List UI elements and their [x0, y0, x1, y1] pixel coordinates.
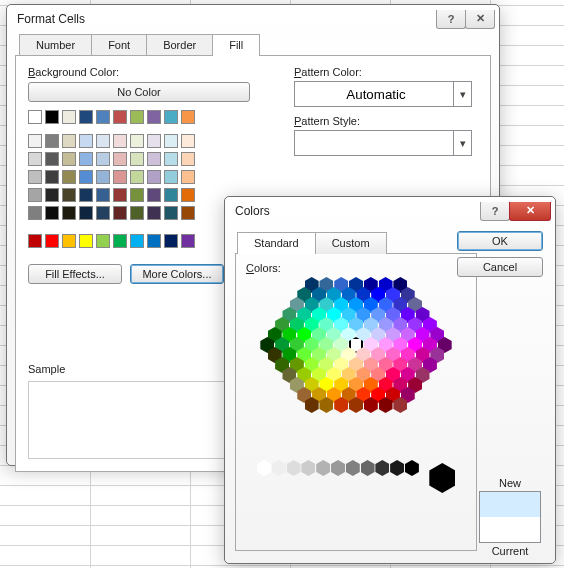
color-swatch[interactable] [147, 110, 161, 124]
help-button[interactable]: ? [436, 10, 466, 29]
color-swatch[interactable] [130, 134, 144, 148]
color-swatch[interactable] [113, 134, 127, 148]
color-swatch[interactable] [164, 110, 178, 124]
tab-standard[interactable]: Standard [237, 232, 316, 254]
color-swatch[interactable] [45, 152, 59, 166]
color-swatch[interactable] [181, 152, 195, 166]
gray-swatch[interactable] [375, 460, 389, 476]
color-swatch[interactable] [113, 152, 127, 166]
color-swatch[interactable] [147, 206, 161, 220]
gray-swatch[interactable] [331, 460, 345, 476]
color-swatch[interactable] [79, 110, 93, 124]
pattern-color-select[interactable] [294, 81, 472, 107]
color-swatch[interactable] [79, 206, 93, 220]
color-honeycomb[interactable] [256, 280, 456, 455]
color-swatch[interactable] [28, 206, 42, 220]
color-swatch[interactable] [164, 152, 178, 166]
large-hex-swatch[interactable] [429, 463, 455, 493]
color-swatch[interactable] [45, 188, 59, 202]
color-swatch[interactable] [28, 134, 42, 148]
no-color-button[interactable]: No Color [28, 82, 250, 102]
close-button[interactable]: ✕ [465, 10, 495, 29]
color-swatch[interactable] [181, 188, 195, 202]
color-swatch[interactable] [62, 152, 76, 166]
color-swatch[interactable] [147, 234, 161, 248]
color-swatch[interactable] [164, 188, 178, 202]
color-swatch[interactable] [113, 234, 127, 248]
color-swatch[interactable] [181, 234, 195, 248]
color-swatch[interactable] [181, 170, 195, 184]
tab-number[interactable]: Number [19, 34, 92, 56]
color-swatch[interactable] [45, 134, 59, 148]
color-swatch[interactable] [147, 152, 161, 166]
color-swatch[interactable] [96, 234, 110, 248]
gray-swatch[interactable] [361, 460, 375, 476]
color-swatch[interactable] [96, 170, 110, 184]
gray-swatch[interactable] [257, 460, 271, 476]
cancel-button[interactable]: Cancel [457, 257, 543, 277]
color-swatch[interactable] [164, 206, 178, 220]
color-swatch[interactable] [147, 170, 161, 184]
color-swatch[interactable] [113, 170, 127, 184]
more-colors-button[interactable]: More Colors... [130, 264, 224, 284]
color-swatch[interactable] [130, 110, 144, 124]
color-swatch[interactable] [28, 234, 42, 248]
gray-swatch[interactable] [390, 460, 404, 476]
gray-swatch[interactable] [346, 460, 360, 476]
color-swatch[interactable] [164, 170, 178, 184]
color-swatch[interactable] [62, 170, 76, 184]
tab-font[interactable]: Font [91, 34, 147, 56]
color-swatch[interactable] [147, 188, 161, 202]
color-swatch[interactable] [130, 234, 144, 248]
color-swatch[interactable] [62, 234, 76, 248]
color-swatch[interactable] [79, 152, 93, 166]
color-swatch[interactable] [96, 134, 110, 148]
color-swatch[interactable] [113, 110, 127, 124]
fill-effects-button[interactable]: Fill Effects... [28, 264, 122, 284]
color-swatch[interactable] [164, 134, 178, 148]
color-swatch[interactable] [96, 110, 110, 124]
color-swatch[interactable] [45, 206, 59, 220]
color-swatch[interactable] [130, 152, 144, 166]
tab-fill[interactable]: Fill [212, 34, 260, 56]
color-swatch[interactable] [96, 152, 110, 166]
color-swatch[interactable] [45, 110, 59, 124]
color-swatch[interactable] [181, 110, 195, 124]
help-button[interactable]: ? [480, 202, 510, 221]
color-swatch[interactable] [181, 134, 195, 148]
tab-custom[interactable]: Custom [315, 232, 387, 254]
tab-border[interactable]: Border [146, 34, 213, 56]
color-swatch[interactable] [130, 170, 144, 184]
color-swatch[interactable] [62, 188, 76, 202]
color-swatch[interactable] [45, 170, 59, 184]
color-swatch[interactable] [62, 134, 76, 148]
color-swatch[interactable] [96, 188, 110, 202]
color-swatch[interactable] [62, 206, 76, 220]
color-swatch[interactable] [79, 234, 93, 248]
gray-swatch[interactable] [405, 460, 419, 476]
ok-button[interactable]: OK [457, 231, 543, 251]
color-swatch[interactable] [62, 110, 76, 124]
color-swatch[interactable] [130, 188, 144, 202]
color-swatch[interactable] [181, 206, 195, 220]
gray-swatch[interactable] [272, 460, 286, 476]
color-swatch[interactable] [45, 234, 59, 248]
pattern-style-select[interactable] [294, 130, 472, 156]
gray-swatch[interactable] [287, 460, 301, 476]
color-swatch[interactable] [96, 206, 110, 220]
color-swatch[interactable] [28, 152, 42, 166]
color-swatch[interactable] [79, 134, 93, 148]
gray-swatch[interactable] [316, 460, 330, 476]
color-swatch[interactable] [28, 188, 42, 202]
color-swatch[interactable] [113, 188, 127, 202]
color-swatch[interactable] [147, 134, 161, 148]
color-swatch[interactable] [28, 170, 42, 184]
color-swatch[interactable] [164, 234, 178, 248]
color-swatch[interactable] [113, 206, 127, 220]
grayscale-row[interactable] [246, 463, 466, 493]
close-button[interactable]: ✕ [509, 202, 551, 221]
color-swatch[interactable] [79, 188, 93, 202]
color-swatch[interactable] [130, 206, 144, 220]
color-swatch[interactable] [28, 110, 42, 124]
color-swatch[interactable] [79, 170, 93, 184]
